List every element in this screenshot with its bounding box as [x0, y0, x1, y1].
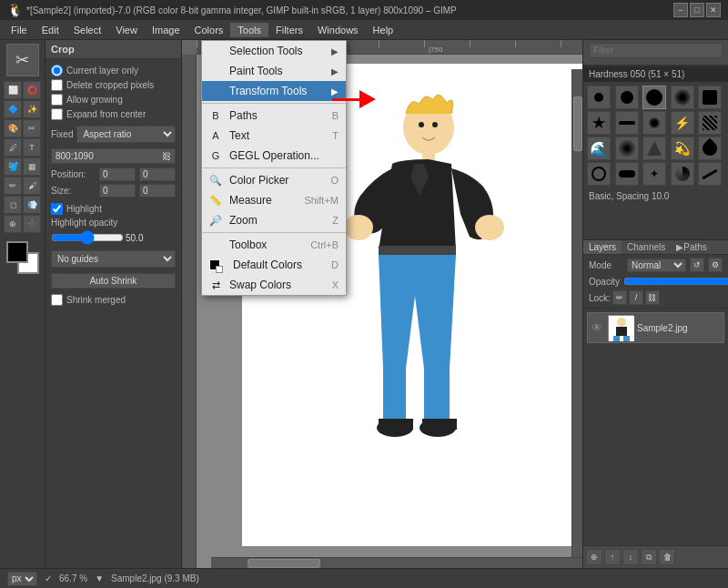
- default-colors-icon: [209, 259, 220, 270]
- menu-edit[interactable]: Edit: [35, 23, 66, 37]
- menu-gegl[interactable]: G GEGL Operation...: [202, 146, 346, 166]
- swap-colors-icon: ⇄: [209, 279, 222, 291]
- measure-icon: 📏: [209, 195, 222, 207]
- menu-paths[interactable]: B Paths B: [202, 106, 346, 126]
- submenu-arrow: ▶: [331, 66, 339, 76]
- picker-shortcut: O: [330, 175, 339, 186]
- zoom-icon: 🔎: [209, 215, 222, 227]
- title-bar: 🐧 *[Sample2] (imported)-7.0 (RGB color 8…: [0, 0, 728, 20]
- toolbox-shortcut: Ctrl+B: [310, 239, 339, 250]
- menu-separator: [202, 232, 346, 233]
- menu-selection-tools[interactable]: Selection Tools ▶: [202, 41, 346, 61]
- menu-view[interactable]: View: [108, 23, 145, 37]
- menu-paint-tools[interactable]: Paint Tools ▶: [202, 61, 346, 81]
- menu-file[interactable]: File: [4, 23, 35, 37]
- text-shortcut: T: [332, 130, 339, 141]
- red-arrow-head: [359, 90, 376, 108]
- text-icon: A: [209, 130, 222, 141]
- menu-help[interactable]: Help: [366, 23, 401, 37]
- menu-image[interactable]: Image: [145, 23, 187, 37]
- menu-colors[interactable]: Colors: [187, 23, 231, 37]
- paths-shortcut: B: [332, 110, 339, 121]
- menu-default-colors[interactable]: Default Colors D: [202, 255, 346, 275]
- menu-text[interactable]: A Text T: [202, 126, 346, 146]
- close-button[interactable]: ✕: [706, 3, 721, 17]
- red-arrow-line: [332, 98, 359, 101]
- maximize-button[interactable]: □: [690, 3, 704, 17]
- app-icon: 🐧: [7, 3, 23, 17]
- window-title: *[Sample2] (imported)-7.0 (RGB color 8-b…: [26, 5, 457, 15]
- menu-swap-colors[interactable]: ⇄ Swap Colors X: [202, 275, 346, 295]
- menu-measure[interactable]: 📏 Measure Shift+M: [202, 190, 346, 210]
- zoom-shortcut: Z: [332, 215, 339, 226]
- paths-icon: B: [209, 110, 222, 121]
- menu-toolbox[interactable]: Toolbox Ctrl+B: [202, 235, 346, 255]
- menu-overlay: Selection Tools ▶ Paint Tools ▶ Transfor…: [0, 40, 728, 588]
- gegl-icon: G: [209, 150, 222, 161]
- menu-filters[interactable]: Filters: [268, 23, 310, 37]
- default-colors-shortcut: D: [331, 259, 339, 270]
- menu-separator: [202, 103, 346, 104]
- tools-dropdown: Selection Tools ▶ Paint Tools ▶ Transfor…: [201, 40, 347, 296]
- color-picker-icon: 🔍: [209, 175, 222, 187]
- measure-shortcut: Shift+M: [304, 195, 339, 206]
- menu-transform-tools[interactable]: Transform Tools ▶: [202, 81, 346, 101]
- swap-colors-shortcut: X: [332, 279, 339, 290]
- menu-zoom[interactable]: 🔎 Zoom Z: [202, 210, 346, 230]
- menu-separator: [202, 167, 346, 168]
- menu-color-picker[interactable]: 🔍 Color Picker O: [202, 170, 346, 190]
- menu-bar: File Edit Select View Image Colors Tools…: [0, 20, 728, 40]
- minimize-button[interactable]: –: [673, 3, 688, 17]
- menu-tools[interactable]: Tools: [230, 23, 268, 37]
- red-arrow: [332, 90, 376, 108]
- submenu-arrow: ▶: [331, 46, 339, 56]
- menu-windows[interactable]: Windows: [310, 23, 366, 37]
- menu-select[interactable]: Select: [66, 23, 109, 37]
